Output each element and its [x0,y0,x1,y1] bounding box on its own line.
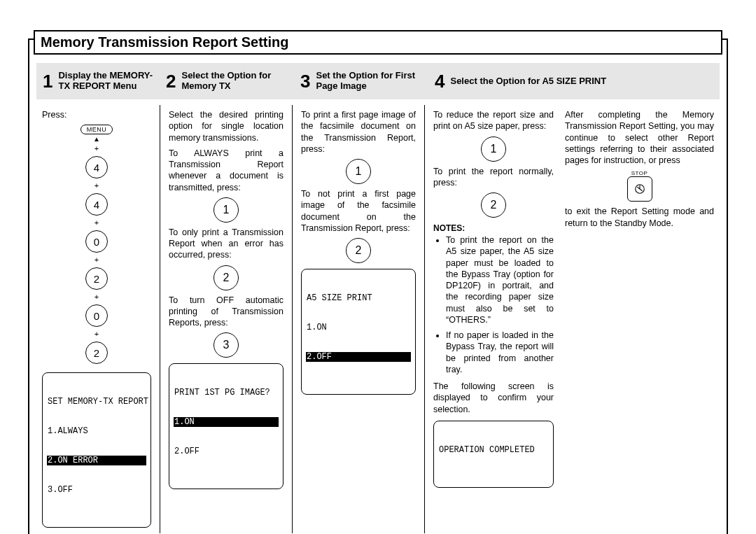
col4: To reduce the report size and print on A… [428,105,559,533]
notes-list: To print the report on the A5 size paper… [433,234,554,375]
step3-title: Set the Option for First Page Image [316,71,422,92]
lcd-line: 1.ON [306,323,411,332]
col2-p3: To only print a Transmission Report when… [169,227,284,261]
step2-title: Select the Option for Memory TX [181,71,288,92]
key-3: 3 [214,332,239,358]
col1: Press: MENU ▲ + 4 + 4 + 0 + 2 + 0 + 2 SE… [36,105,157,533]
plus-icon: + [94,182,99,190]
step2-header: 2 Select the Option for Memory TX [160,63,294,99]
col2: Select the desired printing option for s… [163,105,289,533]
lcd-line: OPERATION COMPLETED [438,445,549,455]
stop-label: STOP [631,170,648,176]
key-0: 0 [85,304,108,327]
manual-page: Memory Transmission Report Setting 1 Dis… [28,38,728,534]
col4-p3: The following screen is displayed to con… [433,381,554,415]
lcd-first-page-image: PRINT 1ST PG IMAGE? 1.ON 2.OFF [169,363,284,489]
section-title-bar: Memory Transmission Report Setting [34,30,722,55]
note-item: If no paper is loaded in the Bypass Tray… [446,330,554,375]
key-2: 2 [85,267,108,290]
col4-p1: To reduce the report size and print on A… [433,109,554,132]
step3-number: 3 [300,72,310,90]
plus-icon: + [94,293,99,301]
key-1: 1 [481,136,506,162]
divider [160,105,160,533]
stop-icon [627,176,652,202]
plus-icon: + [94,145,99,153]
section-title: Memory Transmission Report Setting [41,34,715,50]
key-1: 1 [214,197,239,223]
key-2: 2 [346,238,371,263]
col2-p2: To ALWAYS print a Transmission Report wh… [169,148,284,193]
key-1: 1 [346,159,371,184]
step3-header: 3 Set the Option for First Page Image [294,63,428,99]
lcd-line: PRINT 1ST PG IMAGE? [174,388,279,398]
col3-p1: To print a first page image of the facsi… [301,109,416,155]
plus-icon: + [94,256,99,264]
up-arrow-icon: ▲ [93,136,100,143]
lcd-line: 3.OFF [47,485,146,495]
step4-header: 4 Select the Option for A5 SIZE PRINT [428,63,720,99]
divider [292,105,293,533]
lcd-selected-line: 2.ON ERROR [47,456,146,465]
col3: To print a first page image of the facsi… [295,105,421,533]
key-0: 0 [85,230,108,253]
plus-icon: + [94,330,99,338]
step1-title: Display the MEMORY-TX REPORT Menu [58,71,153,92]
divider [424,105,425,533]
step-headers: 1 Display the MEMORY-TX REPORT Menu 2 Se… [36,63,720,99]
menu-button-icon: MENU [80,125,113,134]
body-columns: Press: MENU ▲ + 4 + 4 + 0 + 2 + 0 + 2 SE… [36,105,720,533]
plus-icon: + [94,219,99,227]
lcd-line: A5 SIZE PRINT [306,293,411,303]
lcd-memory-tx-report: SET MEMORY-TX REPORT 1.ALWAYS 2.ON ERROR… [42,372,151,528]
key-2: 2 [481,192,506,218]
lcd-line: 2.OFF [174,447,279,456]
stop-button-icon: STOP [623,170,657,202]
col2-p4: To turn OFF automatic printing of Transm… [169,295,284,329]
lcd-a5-size-print: A5 SIZE PRINT 1.ON 2.OFF [301,269,416,395]
col4-p2: To print the report normally, press: [433,166,554,189]
lcd-line: SET MEMORY-TX REPORT [47,397,146,407]
col3-p2: To not print a first page image of the f… [301,188,416,234]
col2-p1: Select the desired printing option for s… [169,109,284,143]
key-sequence: MENU ▲ + 4 + 4 + 0 + 2 + 0 + 2 [76,125,118,365]
notes-heading: NOTES: [433,223,554,233]
key-4: 4 [85,193,108,216]
col5-p1: After completing the Memory Transmission… [565,109,714,166]
step4-title: Select the Option for A5 SIZE PRINT [450,76,606,87]
step2-number: 2 [166,72,176,90]
key-2: 2 [214,265,239,290]
lcd-selected-line: 1.ON [174,417,279,427]
col5: After completing the Memory Transmission… [559,105,720,533]
note-item: To print the report on the A5 size paper… [446,234,554,325]
col5-p2: to exit the Report Setting mode and retu… [565,206,714,229]
key-4: 4 [85,156,108,178]
key-2: 2 [85,342,108,364]
step4-number: 4 [435,72,444,90]
step1-header: 1 Display the MEMORY-TX REPORT Menu [36,63,160,99]
lcd-selected-line: 2.OFF [306,352,411,362]
lcd-line: 1.ALWAYS [47,426,146,436]
step1-number: 1 [43,72,52,90]
lcd-operation-completed: OPERATION COMPLETED [433,421,554,488]
col1-press-label: Press: [42,109,151,120]
